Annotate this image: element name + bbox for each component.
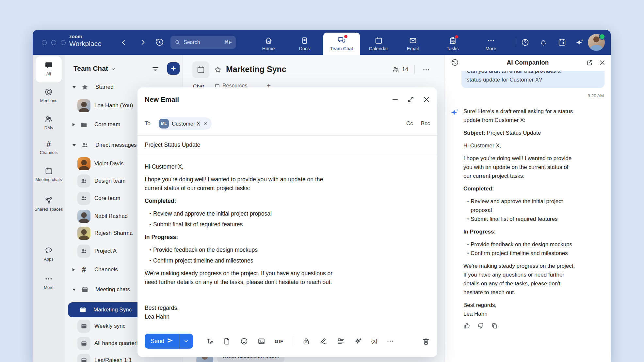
traffic-light-minimize[interactable]	[51, 40, 56, 45]
ai-intro: Sure! Here's a draft email asking for a …	[463, 107, 605, 125]
list-bullet: Review and approve the initial project p…	[463, 197, 605, 215]
filter-icon[interactable]	[152, 65, 159, 73]
history-icon[interactable]	[155, 38, 164, 47]
encrypt-lock-icon[interactable]: E	[302, 337, 310, 345]
signature-icon[interactable]	[319, 337, 328, 345]
ai-panel-header: AI Companion	[444, 55, 611, 71]
cc-button[interactable]: Cc	[406, 120, 413, 127]
rail-item-mentions[interactable]: Mentions	[33, 88, 65, 103]
email-inprogress-list: Provide feedback on the design mockups C…	[145, 246, 430, 265]
forward-button[interactable]	[138, 38, 147, 47]
logo-zoom: zoom	[69, 34, 102, 39]
search-shortcut: ⌘F	[224, 39, 232, 45]
expand-icon[interactable]	[407, 96, 414, 103]
channel-more-button[interactable]	[422, 66, 430, 74]
nav-docs[interactable]: Docs	[289, 33, 320, 55]
chevron-down-icon[interactable]	[111, 67, 116, 72]
caret-right-icon[interactable]	[72, 123, 75, 126]
notifications-bell-icon[interactable]	[539, 38, 548, 47]
ai-para: I hope you're doing well! I wanted to pr…	[463, 154, 605, 180]
email-greeting: Hi Customer X,	[145, 162, 430, 171]
ai-inprogress-label: In Progress:	[463, 227, 605, 236]
rail-item-apps[interactable]: Apps	[33, 246, 65, 262]
email-outro: We're making steady progress on the proj…	[145, 269, 430, 287]
star-outline-icon[interactable]	[214, 66, 222, 74]
rail-item-channels[interactable]: # Channels	[33, 140, 65, 155]
panel-title: Team Chat	[73, 65, 108, 72]
template-layout-icon[interactable]	[337, 337, 345, 345]
send-button[interactable]: Send	[145, 334, 179, 349]
subject-input[interactable]: Project Status Update	[145, 142, 200, 148]
attach-file-icon[interactable]	[223, 337, 231, 345]
caret-right-icon[interactable]	[72, 268, 75, 271]
discard-trash-icon[interactable]	[422, 337, 430, 345]
nav-team-chat[interactable]: Team Chat	[323, 33, 360, 55]
caret-down-icon[interactable]	[72, 144, 76, 146]
toolbar-more-icon[interactable]	[386, 337, 394, 345]
send-plane-icon	[167, 338, 173, 345]
variables-icon[interactable]: {x}	[371, 338, 378, 344]
avatar	[77, 157, 90, 170]
rail-item-more[interactable]: More	[33, 275, 65, 290]
recipient-chip[interactable]: ML Customer X	[158, 117, 212, 130]
user-avatar[interactable]	[588, 34, 605, 51]
email-inprogress-label: In Progress:	[145, 233, 430, 242]
unread-badge	[344, 35, 347, 38]
close-icon[interactable]	[599, 59, 606, 66]
copy-icon[interactable]	[491, 322, 498, 329]
send-options-button[interactable]	[179, 334, 193, 349]
traffic-light-close[interactable]	[42, 40, 47, 45]
ai-sparkle-icon[interactable]	[575, 38, 584, 47]
image-icon[interactable]	[257, 337, 266, 345]
caret-down-icon[interactable]	[72, 289, 76, 291]
nav-more[interactable]: More	[475, 33, 507, 55]
ellipsis-icon	[44, 275, 53, 283]
avatar	[77, 210, 90, 223]
remove-recipient-icon[interactable]	[203, 121, 208, 126]
emoji-icon[interactable]	[240, 337, 248, 345]
close-icon[interactable]	[423, 96, 430, 103]
back-button[interactable]	[120, 38, 128, 47]
rail-item-all[interactable]: All	[33, 61, 65, 77]
to-row: To ML Customer X Cc Bcc	[137, 112, 437, 136]
list-bullet: Provide feedback on the design mockups	[145, 246, 430, 254]
ai-compose-sparkle-icon[interactable]	[354, 337, 362, 345]
ai-feedback-row	[463, 322, 605, 329]
rail-item-shared-spaces[interactable]: Shared spaces	[33, 196, 65, 212]
nav-calendar[interactable]: Calendar	[363, 33, 394, 55]
nav-email[interactable]: Email	[397, 33, 428, 55]
bcc-button[interactable]: Bcc	[421, 120, 430, 127]
format-text-icon[interactable]	[205, 337, 214, 345]
thumbs-down-icon[interactable]	[477, 322, 484, 329]
minimize-icon[interactable]	[392, 96, 399, 103]
channel-calendar-icon	[192, 61, 209, 78]
nav-home[interactable]: Home	[253, 33, 284, 55]
window-controls[interactable]	[42, 40, 66, 45]
member-count[interactable]: 14	[392, 66, 408, 73]
email-body[interactable]: Hi Customer X, I hope you're doing well!…	[145, 162, 430, 325]
people-icon	[78, 142, 91, 149]
email-intro: I hope you're doing well! I wanted to pr…	[145, 175, 430, 193]
star-icon	[78, 83, 91, 91]
ai-response: Sure! Here's a draft email asking for a …	[450, 107, 606, 329]
caret-down-icon[interactable]	[72, 86, 76, 88]
new-chat-button[interactable]	[167, 62, 180, 75]
nav-tasks[interactable]: Tasks	[437, 33, 468, 55]
rail-item-dms[interactable]: DMs	[33, 115, 65, 130]
home-icon	[265, 37, 273, 45]
calendar-panel-icon[interactable]	[558, 38, 566, 47]
compose-toolbar: Send GIF E {x}	[145, 334, 430, 349]
more-icon	[487, 37, 495, 45]
thumbs-up-icon[interactable]	[463, 322, 471, 329]
rail-item-meeting-chats[interactable]: Meeting chats	[33, 167, 65, 182]
group-avatar-icon	[77, 245, 90, 258]
logo-workplace: Workplace	[69, 40, 102, 47]
traffic-light-zoom[interactable]	[61, 40, 66, 45]
gif-icon[interactable]: GIF	[275, 339, 283, 344]
help-button[interactable]	[521, 38, 529, 47]
search-input[interactable]: Search ⌘F	[170, 36, 236, 49]
recipient-name: Customer X	[172, 121, 200, 127]
members-icon	[392, 66, 399, 73]
open-in-new-icon[interactable]	[586, 59, 593, 66]
subject-row[interactable]: Project Status Update	[137, 136, 437, 154]
